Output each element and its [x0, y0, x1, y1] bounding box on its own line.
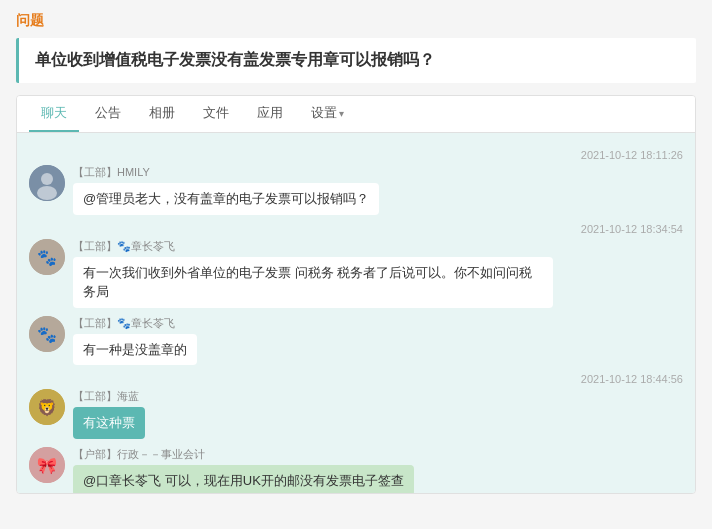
tab-settings[interactable]: 设置 ▾ [299, 96, 356, 132]
tab-notice[interactable]: 公告 [83, 96, 133, 132]
tab-apps[interactable]: 应用 [245, 96, 295, 132]
section-label: 问题 [16, 12, 696, 30]
sender-name: 【户部】行政－－事业会计 [73, 447, 683, 462]
bubble: @管理员老大，没有盖章的电子发票可以报销吗？ [73, 183, 379, 215]
avatar: 🦁 [29, 389, 65, 425]
message-content: 【工部】🐾章长苓飞 有一种是没盖章的 [73, 316, 683, 366]
svg-text:🎀: 🎀 [37, 456, 57, 475]
svg-text:🐾: 🐾 [37, 325, 57, 344]
message-content: 【工部】HMILY @管理员老大，没有盖章的电子发票可以报销吗？ [73, 165, 683, 215]
timestamp-1: 2021-10-12 18:11:26 [29, 149, 683, 161]
bubble: 有一种是没盖章的 [73, 334, 197, 366]
question-text: 单位收到增值税电子发票没有盖发票专用章可以报销吗？ [35, 51, 435, 68]
sender-name: 【工部】海蓝 [73, 389, 683, 404]
message-row: 🐾 【工部】🐾章长苓飞 有一次我们收到外省单位的电子发票 问税务 税务者了后说可… [29, 239, 683, 308]
message-content: 【工部】海蓝 有这种票 [73, 389, 683, 439]
timestamp-2: 2021-10-12 18:34:54 [29, 223, 683, 235]
chevron-down-icon: ▾ [339, 108, 344, 119]
avatar: 🎀 [29, 447, 65, 483]
avatar: 🐾 [29, 316, 65, 352]
settings-label: 设置 [311, 104, 337, 122]
chat-panel: 聊天 公告 相册 文件 应用 设置 ▾ 2021-10-12 18:11:26 [16, 95, 696, 494]
bubble-mention: @口章长苓飞 可以，现在用UK开的邮没有发票电子签查 [73, 465, 414, 494]
bubble: 有一次我们收到外省单位的电子发票 问税务 税务者了后说可以。你不如问问税务局 [73, 257, 553, 308]
page-container: 问题 单位收到增值税电子发票没有盖发票专用章可以报销吗？ 聊天 公告 相册 文件… [0, 0, 712, 529]
chat-body[interactable]: 2021-10-12 18:11:26 【工部】HMILY @管理员老大，没有盖… [17, 133, 695, 493]
message-row: 【工部】HMILY @管理员老大，没有盖章的电子发票可以报销吗？ [29, 165, 683, 215]
svg-text:🐾: 🐾 [37, 248, 57, 267]
svg-point-1 [41, 173, 53, 185]
svg-text:🦁: 🦁 [37, 398, 57, 417]
sender-name: 【工部】🐾章长苓飞 [73, 316, 683, 331]
tab-album[interactable]: 相册 [137, 96, 187, 132]
sender-name: 【工部】🐾章长苓飞 [73, 239, 683, 254]
chat-tabs: 聊天 公告 相册 文件 应用 设置 ▾ [17, 96, 695, 133]
message-row: 🐾 【工部】🐾章长苓飞 有一种是没盖章的 [29, 316, 683, 366]
message-row: 🦁 【工部】海蓝 有这种票 [29, 389, 683, 439]
message-row: 🎀 【户部】行政－－事业会计 @口章长苓飞 可以，现在用UK开的邮没有发票电子签… [29, 447, 683, 494]
avatar [29, 165, 65, 201]
timestamp-3: 2021-10-12 18:44:56 [29, 373, 683, 385]
message-content: 【工部】🐾章长苓飞 有一次我们收到外省单位的电子发票 问税务 税务者了后说可以。… [73, 239, 683, 308]
svg-point-2 [37, 186, 57, 200]
avatar: 🐾 [29, 239, 65, 275]
tab-files[interactable]: 文件 [191, 96, 241, 132]
message-content: 【户部】行政－－事业会计 @口章长苓飞 可以，现在用UK开的邮没有发票电子签查 [73, 447, 683, 494]
question-box: 单位收到增值税电子发票没有盖发票专用章可以报销吗？ [16, 38, 696, 83]
tab-chat[interactable]: 聊天 [29, 96, 79, 132]
bubble-highlight: 有这种票 [73, 407, 145, 439]
sender-name: 【工部】HMILY [73, 165, 683, 180]
